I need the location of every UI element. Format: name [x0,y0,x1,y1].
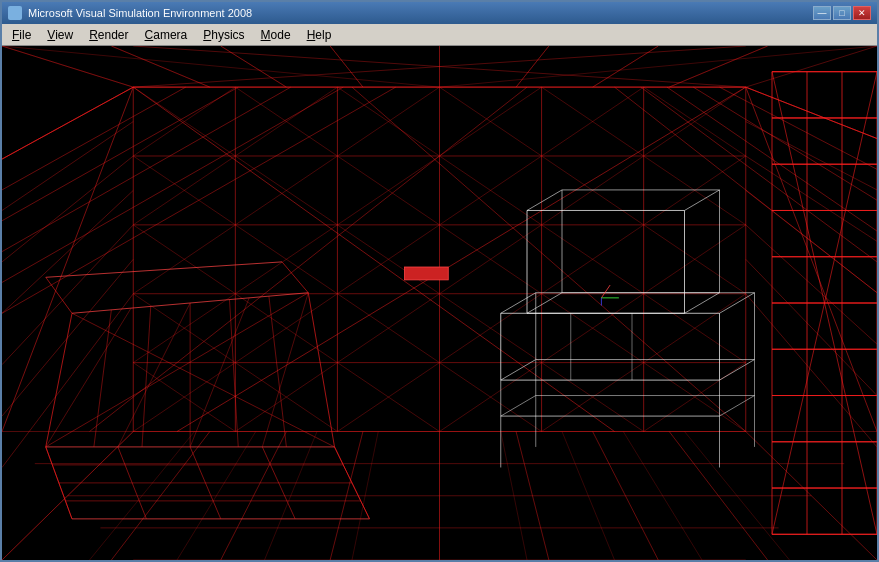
menu-view-label: V [47,28,55,42]
menu-bar: File View Render Camera Physics Mode Hel… [2,24,877,46]
window-controls: — □ ✕ [813,6,871,20]
menu-camera[interactable]: Camera [137,24,196,45]
menu-help-label: H [307,28,316,42]
close-button[interactable]: ✕ [853,6,871,20]
app-icon [8,6,22,20]
window-title: Microsoft Visual Simulation Environment … [28,7,807,19]
menu-camera-label: C [145,28,154,42]
menu-view[interactable]: View [39,24,81,45]
simulation-canvas [2,46,877,560]
menu-file[interactable]: File [4,24,39,45]
menu-file-label: F [12,28,19,42]
menu-render-label: R [89,28,98,42]
menu-mode-label: M [261,28,271,42]
menu-physics-label: P [203,28,211,42]
title-bar: Microsoft Visual Simulation Environment … [2,2,877,24]
menu-render[interactable]: Render [81,24,136,45]
3d-viewport[interactable] [2,46,877,560]
menu-physics[interactable]: Physics [195,24,252,45]
minimize-button[interactable]: — [813,6,831,20]
main-window: Microsoft Visual Simulation Environment … [0,0,879,562]
menu-mode[interactable]: Mode [253,24,299,45]
menu-help[interactable]: Help [299,24,340,45]
maximize-button[interactable]: □ [833,6,851,20]
